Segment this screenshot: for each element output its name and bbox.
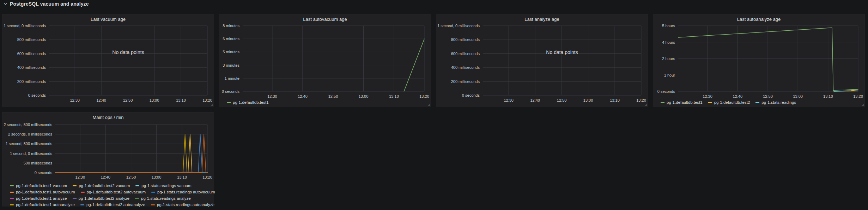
y-axis-tick-label: 400 milliseconds xyxy=(436,65,480,70)
y-axis-tick-label: 4 hours xyxy=(653,40,675,44)
x-axis-tick-label: 13:00 xyxy=(359,94,369,98)
panel-maint-ops-per-min: Maint ops / min 2 seconds, 500 milliseco… xyxy=(2,112,214,206)
panel-title[interactable]: Last vacuum age xyxy=(2,17,214,22)
x-axis-tick-label: 13:00 xyxy=(793,94,803,98)
y-axis-tick-label: 2 hours xyxy=(653,56,675,61)
legend-item[interactable]: pg-1.stats.readings autovacuum xyxy=(151,190,215,194)
legend-series-label[interactable]: pg-1.defaultdb.test2 autovacuum xyxy=(87,190,146,194)
x-axis-tick-label: 13:20 xyxy=(853,94,863,98)
legend-item[interactable]: pg-1.defaultdb.test1 autoanalyze xyxy=(10,203,75,207)
legend-item[interactable]: pg-1.defaultdb.test1 autovacuum xyxy=(10,190,75,194)
y-axis-tick-label: 0 seconds xyxy=(2,170,52,175)
legend-series-color-icon xyxy=(708,102,712,103)
legend-item[interactable]: pg-1.stats.readings xyxy=(755,100,796,104)
legend-item[interactable]: pg-1.defaultdb.test2 xyxy=(708,100,750,104)
y-axis-tick-label: 800 milliseconds xyxy=(2,37,46,42)
legend-item[interactable]: pg-1.defaultdb.test1 xyxy=(227,100,269,104)
y-axis-tick-label: 1 minute xyxy=(219,76,239,80)
y-axis-tick-label: 500 milliseconds xyxy=(2,161,52,165)
legend-item[interactable]: pg-1.defaultdb.test2 analyze xyxy=(73,196,130,200)
x-axis-tick-label: 12:30 xyxy=(70,98,80,102)
plot-area[interactable] xyxy=(678,26,858,91)
legend-series-label[interactable]: pg-1.stats.readings autoanalyze xyxy=(157,203,214,207)
legend-series-color-icon xyxy=(151,192,155,193)
legend-item[interactable]: pg-1.stats.readings analyze xyxy=(135,196,191,200)
legend-series-label[interactable]: pg-1.stats.readings vacuum xyxy=(141,184,191,188)
legend-item[interactable]: pg-1.defaultdb.test1 analyze xyxy=(10,196,67,200)
legend-series-label[interactable]: pg-1.defaultdb.test2 analyze xyxy=(79,196,130,200)
panel-resize-handle[interactable] xyxy=(211,104,213,106)
panel-title[interactable]: Maint ops / min xyxy=(2,115,214,120)
plot-area[interactable] xyxy=(49,26,207,95)
y-axis-tick-label: 200 milliseconds xyxy=(436,79,480,84)
row-title: PostgreSQL vacuum and analyze xyxy=(10,1,89,7)
legend-series-color-icon xyxy=(73,198,77,199)
y-axis-tick-label: 5 minutes xyxy=(219,50,239,54)
legend-series-label[interactable]: pg-1.stats.readings autovacuum xyxy=(157,190,215,194)
x-axis-tick-label: 13:20 xyxy=(202,175,212,179)
panel-title[interactable]: Last autoanalyze age xyxy=(653,17,864,22)
y-axis-tick-label: 1 second, 0 milliseconds xyxy=(2,24,46,28)
panel-resize-handle[interactable] xyxy=(644,104,647,106)
x-axis-tick-label: 12:30 xyxy=(75,175,85,179)
x-axis-tick-label: 12:40 xyxy=(101,175,110,179)
x-axis-tick-label: 12:30 xyxy=(267,94,277,98)
legend-item[interactable]: pg-1.stats.readings autoanalyze xyxy=(151,203,214,207)
legend-series-label[interactable]: pg-1.defaultdb.test1 xyxy=(667,100,703,104)
legend-row: pg-1.defaultdb.test1 autoanalyzepg-1.def… xyxy=(10,202,214,208)
y-axis-tick-label: 1 second, 0 milliseconds xyxy=(436,24,480,28)
legend-series-color-icon xyxy=(10,198,14,199)
legend-item[interactable]: pg-1.defaultdb.test2 vacuum xyxy=(73,184,130,188)
legend-item[interactable]: pg-1.defaultdb.test1 vacuum xyxy=(10,184,67,188)
x-axis-tick-label: 12:50 xyxy=(123,98,133,102)
y-axis-tick-label: 600 milliseconds xyxy=(436,52,480,56)
legend-row: pg-1.defaultdb.test1 xyxy=(227,100,269,105)
plot-area[interactable] xyxy=(55,125,207,173)
legend-item[interactable]: pg-1.defaultdb.test2 autoanalyze xyxy=(80,203,145,207)
legend-series-color-icon xyxy=(73,185,77,186)
x-axis-tick-label: 13:10 xyxy=(610,98,620,102)
legend-series-color-icon xyxy=(135,185,139,186)
x-axis-tick-label: 13:20 xyxy=(636,98,646,102)
legend-series-color-icon xyxy=(81,192,85,193)
x-axis-tick-label: 12:40 xyxy=(96,98,106,102)
legend-series-label[interactable]: pg-1.defaultdb.test1 autovacuum xyxy=(16,190,75,194)
x-axis-tick-label: 13:20 xyxy=(419,94,429,98)
y-axis-tick-label: 0 seconds xyxy=(436,93,480,97)
legend-series-color-icon xyxy=(10,192,14,193)
y-axis-tick-label: 8 minutes xyxy=(219,24,239,28)
legend-series-label[interactable]: pg-1.defaultdb.test1 xyxy=(233,100,269,104)
y-axis-tick-label: 600 milliseconds xyxy=(2,52,46,56)
plot-area[interactable] xyxy=(243,26,424,91)
legend-series-label[interactable]: pg-1.defaultdb.test1 autoanalyze xyxy=(16,203,75,207)
panel-resize-handle[interactable] xyxy=(211,203,213,205)
legend-series-label[interactable]: pg-1.defaultdb.test2 vacuum xyxy=(79,184,130,188)
legend-series-color-icon xyxy=(10,185,14,186)
y-axis-tick-label: 0 seconds xyxy=(653,89,675,94)
legend-series-label[interactable]: pg-1.defaultdb.test2 xyxy=(714,100,750,104)
legend-item[interactable]: pg-1.defaultdb.test1 xyxy=(661,100,703,104)
panel-title[interactable]: Last autovacuum age xyxy=(219,17,431,22)
y-axis-tick-label: 0 seconds xyxy=(219,89,239,94)
legend-series-label[interactable]: pg-1.defaultdb.test1 analyze xyxy=(16,196,67,200)
x-axis-tick-label: 13:10 xyxy=(823,94,833,98)
legend-series-label[interactable]: pg-1.defaultdb.test1 vacuum xyxy=(16,184,67,188)
panel-title[interactable]: Last analyze age xyxy=(436,17,648,22)
y-axis-tick-label: 2 seconds, 500 milliseconds xyxy=(2,122,52,127)
panel-resize-handle[interactable] xyxy=(427,104,430,106)
legend-series-color-icon xyxy=(135,198,139,199)
y-axis-tick-label: 6 minutes xyxy=(219,37,239,41)
dashboard-row-header[interactable]: PostgreSQL vacuum and analyze xyxy=(4,1,89,7)
legend-row: pg-1.defaultdb.test1 analyzepg-1.default… xyxy=(10,196,191,201)
legend-series-label[interactable]: pg-1.stats.readings xyxy=(761,100,796,104)
panel-resize-handle[interactable] xyxy=(861,104,864,106)
plot-area[interactable] xyxy=(483,26,641,95)
legend-series-label[interactable]: pg-1.stats.readings analyze xyxy=(141,196,191,200)
y-axis-tick-label: 0 seconds xyxy=(2,93,46,97)
panel-last-autoanalyze-age: Last autoanalyze age 5 hours4 hours2 hou… xyxy=(653,14,865,107)
chevron-down-icon xyxy=(4,2,7,6)
legend-series-color-icon xyxy=(227,102,231,103)
legend-series-label[interactable]: pg-1.defaultdb.test2 autoanalyze xyxy=(86,203,145,207)
legend-item[interactable]: pg-1.stats.readings vacuum xyxy=(135,184,191,188)
legend-item[interactable]: pg-1.defaultdb.test2 autovacuum xyxy=(81,190,146,194)
